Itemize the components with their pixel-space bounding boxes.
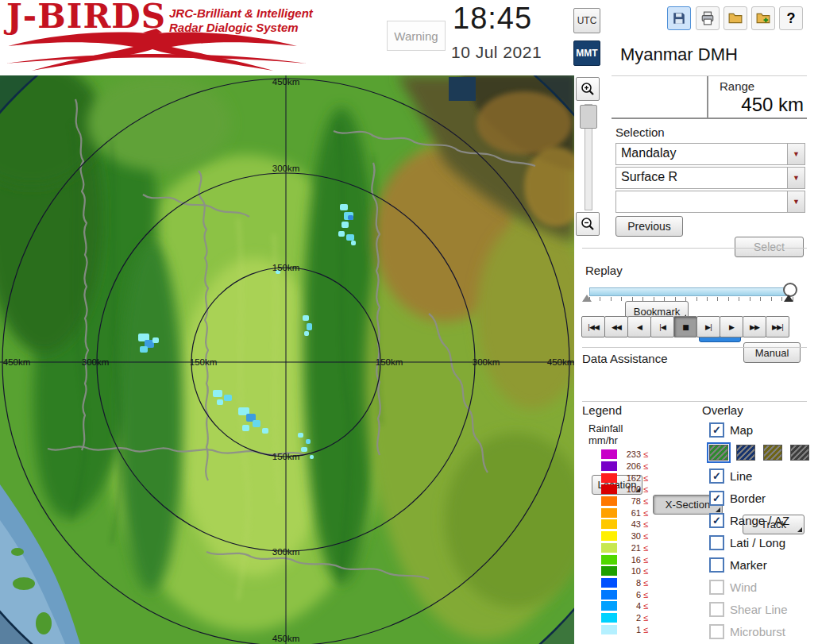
zoom-in-icon bbox=[580, 81, 596, 97]
legend-lte-symbol: ≤ bbox=[643, 473, 648, 483]
timeline-tick bbox=[781, 297, 782, 301]
legend-color-swatch bbox=[601, 555, 617, 565]
overlay-item-shear-line: Shear Line bbox=[709, 598, 814, 620]
range-value: 450 km bbox=[741, 94, 804, 116]
legend-row: 233≤ bbox=[601, 449, 648, 461]
playback-button-0[interactable]: |◀◀ bbox=[581, 316, 605, 337]
playback-controls: |◀◀◀◀◀|◀■▶|▶▶▶▶▶| bbox=[581, 316, 789, 337]
legend-row: 6≤ bbox=[601, 588, 648, 600]
playback-button-8[interactable]: ▶▶| bbox=[766, 316, 789, 337]
station-name: Myanmar DMH bbox=[620, 44, 738, 65]
legend-value: 78 bbox=[620, 496, 641, 506]
utc-button[interactable]: UTC bbox=[573, 8, 600, 33]
overlay-item-lati-long[interactable]: Lati / Long bbox=[709, 531, 814, 553]
control-panel: Range 450 km Selection Mandalay ▼ Surfac… bbox=[574, 75, 818, 644]
select-button[interactable]: Select bbox=[735, 237, 804, 257]
chevron-down-icon[interactable]: ▼ bbox=[787, 168, 804, 188]
checkbox[interactable]: ✓ bbox=[709, 491, 724, 506]
product-dropdown[interactable]: Surface R ▼ bbox=[615, 167, 805, 189]
playback-button-3[interactable]: |◀ bbox=[650, 316, 674, 337]
checkbox[interactable]: ✓ bbox=[709, 469, 724, 484]
help-button[interactable]: ? bbox=[779, 6, 803, 30]
legend-value: 206 bbox=[620, 461, 641, 471]
add-folder-icon bbox=[756, 11, 770, 25]
legend-value: 6 bbox=[620, 590, 641, 600]
legend-lte-symbol: ≤ bbox=[643, 543, 648, 553]
separator bbox=[582, 248, 807, 249]
map-style-swatch-1[interactable] bbox=[736, 445, 755, 461]
playback-button-1[interactable]: ◀◀ bbox=[604, 316, 628, 337]
checkbox[interactable] bbox=[709, 557, 724, 573]
overlay-item-label: Shear Line bbox=[730, 603, 788, 616]
overlay-item-marker[interactable]: Marker bbox=[709, 553, 814, 576]
timeline-slider[interactable] bbox=[589, 287, 794, 296]
timeline-tick bbox=[632, 297, 633, 301]
checkbox[interactable] bbox=[709, 535, 724, 550]
print-button[interactable] bbox=[696, 6, 720, 30]
overlay-item-line[interactable]: ✓Line bbox=[709, 465, 814, 487]
timeline-start-marker-icon[interactable] bbox=[582, 295, 592, 302]
warning-indicator[interactable]: Warning bbox=[387, 21, 446, 51]
legend-lte-symbol: ≤ bbox=[643, 484, 648, 494]
chevron-down-icon[interactable]: ▼ bbox=[787, 191, 804, 212]
playback-button-2[interactable]: ◀ bbox=[627, 316, 651, 337]
playback-button-7[interactable]: ▶▶ bbox=[743, 316, 766, 337]
data-assistance-label: Data Assistance bbox=[582, 352, 668, 365]
zoom-slider-thumb[interactable] bbox=[580, 105, 597, 129]
playback-button-6[interactable]: ▶ bbox=[720, 316, 743, 337]
legend-row: 162≤ bbox=[601, 472, 648, 484]
chevron-down-icon[interactable]: ▼ bbox=[787, 144, 804, 164]
checkbox[interactable]: ✓ bbox=[709, 422, 724, 438]
zoom-out-button[interactable] bbox=[576, 212, 600, 236]
mmt-label: MMT bbox=[576, 48, 597, 59]
map-style-swatch-2[interactable] bbox=[763, 445, 782, 461]
legend-row: 8≤ bbox=[601, 577, 648, 589]
legend-value: 1 bbox=[620, 625, 641, 634]
legend-value: 100 bbox=[620, 484, 641, 494]
legend-row: 4≤ bbox=[601, 600, 648, 612]
mmt-button[interactable]: MMT bbox=[573, 40, 600, 66]
radar-map[interactable]: 450km 300km 150km 150km 300km 450km 450k… bbox=[0, 75, 574, 644]
map-style-swatch-3[interactable] bbox=[790, 445, 809, 461]
site-dropdown[interactable]: Mandalay ▼ bbox=[615, 143, 805, 165]
overlay-item-label: Border bbox=[730, 492, 766, 505]
legend-row: 206≤ bbox=[601, 461, 648, 472]
previous-button[interactable]: Previous bbox=[615, 216, 683, 237]
overlay-item-range-az[interactable]: ✓Range / AZ bbox=[709, 509, 814, 531]
zoom-in-button[interactable] bbox=[576, 77, 600, 101]
checkbox[interactable]: ✓ bbox=[709, 513, 724, 528]
overlay-item-map[interactable]: ✓Map bbox=[709, 418, 814, 441]
legend-value: 43 bbox=[620, 519, 641, 529]
overlay-item-wind: Wind bbox=[709, 576, 814, 598]
add-folder-button[interactable] bbox=[751, 6, 775, 30]
legend-value: 10 bbox=[620, 566, 641, 576]
legend-row: 100≤ bbox=[601, 484, 648, 496]
legend-color-swatch bbox=[601, 590, 617, 600]
zoom-out-icon bbox=[580, 216, 596, 232]
playback-button-5[interactable]: ▶| bbox=[696, 316, 720, 337]
open-folder-button[interactable] bbox=[723, 6, 747, 30]
timeline-tick bbox=[642, 297, 643, 301]
checkbox bbox=[709, 602, 724, 617]
option-dropdown[interactable]: ▼ bbox=[615, 191, 805, 213]
playback-button-4[interactable]: ■ bbox=[673, 316, 697, 337]
axis-label: 300km bbox=[473, 357, 500, 367]
timeline-tick bbox=[621, 297, 622, 301]
overlay-item-border[interactable]: ✓Border bbox=[709, 487, 814, 509]
open-folder-icon bbox=[728, 11, 743, 25]
legend-lte-symbol: ≤ bbox=[643, 613, 648, 623]
manual-button[interactable]: Manual bbox=[743, 342, 801, 363]
radar-map-svg: 450km 300km 150km 150km 300km 450km 450k… bbox=[0, 75, 574, 644]
map-style-swatch-0[interactable] bbox=[709, 445, 728, 461]
range-box: Range 450 km bbox=[612, 75, 807, 119]
save-button[interactable] bbox=[667, 6, 691, 30]
timeline-position-marker-icon[interactable] bbox=[784, 295, 793, 302]
legend-color-swatch bbox=[601, 519, 617, 529]
legend-color-swatch bbox=[601, 496, 617, 506]
separator bbox=[582, 347, 807, 348]
legend-row: 30≤ bbox=[601, 530, 648, 542]
legend-value: 30 bbox=[620, 531, 641, 541]
warning-label: Warning bbox=[394, 29, 438, 43]
overlay-item-label: Marker bbox=[730, 558, 767, 572]
legend-color-swatch bbox=[601, 613, 617, 623]
